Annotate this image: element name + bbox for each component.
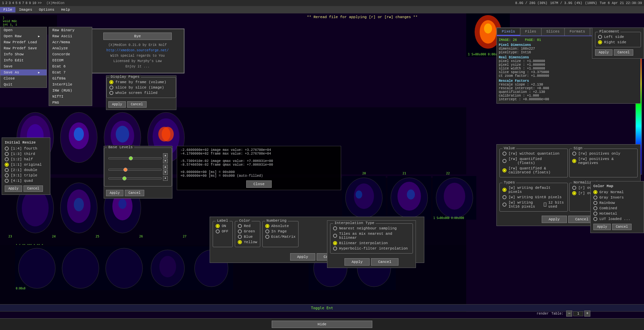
- ws-tab[interactable]: 10: [32, 1, 36, 5]
- saveas-concorde[interactable]: Concorde: [49, 51, 92, 57]
- menu-open[interactable]: Open: [0, 27, 47, 33]
- slider-btn-1b[interactable]: ●: [163, 159, 168, 163]
- saveas-raw-ascii[interactable]: Raw Ascii: [49, 33, 92, 39]
- ws-tab[interactable]: 1: [2, 1, 4, 5]
- slider-btn-3a[interactable]: ●: [163, 176, 168, 181]
- menu-options[interactable]: Options: [36, 7, 58, 12]
- slider-track-2[interactable]: [108, 169, 162, 171]
- interp-hyperbolic[interactable]: Hyperbolic-filter interpolation: [333, 246, 410, 251]
- colormap-combined[interactable]: Combined: [593, 206, 641, 210]
- close-button[interactable]: Close: [246, 180, 271, 188]
- tab-pixels[interactable]: Pixels: [497, 28, 520, 36]
- bye-button[interactable]: Bye: [103, 33, 172, 40]
- base-levels-cancel[interactable]: Cancel: [125, 190, 144, 196]
- table-minus[interactable]: −: [566, 311, 572, 317]
- colormap-rainbow[interactable]: Rainbow: [593, 201, 641, 205]
- slider-btn-2a[interactable]: ▲: [163, 165, 168, 169]
- slider-thumb-3[interactable]: [122, 176, 126, 180]
- checkbox-12bits[interactable]: [544, 203, 546, 207]
- saveas-inw[interactable]: INW (RUG): [49, 88, 92, 94]
- interp-apply-button[interactable]: Apply: [344, 258, 370, 266]
- value-quantified-calibrated[interactable]: [rw] quantified & calibrated (floats): [502, 166, 565, 174]
- numbering-absolute[interactable]: Absolute: [265, 224, 296, 228]
- slider-track-1[interactable]: [108, 157, 162, 159]
- colormap-lut[interactable]: LUT loaded ...: [593, 217, 641, 221]
- saveas-analyze[interactable]: Analyze: [49, 45, 92, 51]
- sign-positives-negatives[interactable]: [rw] positives & negatives: [572, 157, 635, 165]
- menu-raw-predef-load[interactable]: Raw Predef Load: [0, 39, 47, 45]
- menu-raw-predef-save[interactable]: Raw Predef Save: [0, 45, 47, 51]
- slider-btn-2b[interactable]: ▼: [163, 170, 168, 175]
- display-pages-cancel[interactable]: Cancel: [127, 101, 147, 108]
- resize-option-half[interactable]: [1:2] half: [5, 157, 47, 161]
- color-red[interactable]: Red: [238, 224, 257, 228]
- ws-tab[interactable]: 2: [5, 1, 7, 5]
- colormap-cancel[interactable]: Cancel: [612, 224, 632, 230]
- value-panel-apply[interactable]: Apply: [542, 216, 567, 223]
- saveas-nifti[interactable]: NIfTI: [49, 94, 92, 100]
- tab-slices[interactable]: Slices: [541, 28, 565, 36]
- numbering-ecat-matrix[interactable]: Ecat/Matrix: [265, 235, 296, 239]
- sign-positives-only[interactable]: [rw] positives only: [572, 152, 635, 156]
- menu-help[interactable]: Help: [58, 7, 73, 12]
- ws-tab[interactable]: 7: [22, 1, 24, 5]
- saveas-raw-binary[interactable]: Raw Binary: [49, 27, 92, 33]
- interp-bilinear[interactable]: Bilinear interpolation: [333, 241, 410, 245]
- saveas-png[interactable]: PNG: [49, 100, 92, 106]
- ws-tab[interactable]: 4: [12, 1, 14, 5]
- label-on[interactable]: ON: [216, 224, 230, 228]
- colormap-hotmetal[interactable]: Hotmetal: [593, 212, 641, 216]
- label-apply-button[interactable]: Apply: [290, 253, 315, 261]
- tab-formats[interactable]: Formats: [565, 28, 590, 36]
- menu-save[interactable]: Save: [0, 63, 47, 69]
- slider-thumb-1[interactable]: [129, 156, 133, 160]
- placement-cancel[interactable]: Cancel: [614, 49, 633, 56]
- menu-open-raw[interactable]: Open Raw▶: [0, 33, 47, 39]
- display-frame-by-frame[interactable]: frame by frame (volume): [109, 80, 173, 84]
- saveas-dicom[interactable]: DICOM: [49, 57, 92, 63]
- resize-apply-button[interactable]: Apply: [5, 185, 22, 192]
- resize-option-quad[interactable]: [4:1] quad: [5, 179, 47, 183]
- value-without-quant[interactable]: [rw] without quantation: [502, 152, 565, 156]
- placement-right[interactable]: Right side: [598, 40, 638, 44]
- slider-track-3[interactable]: [108, 177, 162, 179]
- numbering-in-page[interactable]: In Page: [265, 229, 296, 233]
- menu-info-edit[interactable]: Info Edit: [0, 57, 47, 63]
- ws-tab[interactable]: 8: [25, 1, 28, 5]
- resize-option-double[interactable]: [2:1] double: [5, 168, 47, 172]
- saveas-ecat6[interactable]: Ecat 6: [49, 63, 92, 69]
- saveas-ecat7[interactable]: Ecat 7: [49, 69, 92, 75]
- interp-nearest[interactable]: Nearest neighbour sampling: [333, 226, 410, 230]
- ws-tab[interactable]: 9: [29, 1, 31, 5]
- slider-btn-1a[interactable]: ▲: [163, 153, 168, 158]
- display-whole-screen[interactable]: whole screen filled: [109, 91, 173, 95]
- types-default[interactable]: [w] writing default pixels: [502, 186, 565, 194]
- placement-left[interactable]: Left side: [598, 35, 638, 39]
- display-pages-apply[interactable]: Apply: [108, 101, 126, 108]
- placement-apply[interactable]: Apply: [595, 49, 612, 56]
- saveas-acr-nema[interactable]: Acr/Nema: [49, 39, 92, 45]
- types-int16[interactable]: [w] writing Int16 pixels 12 bits used: [502, 201, 565, 209]
- resize-option-original[interactable]: [1:1] original: [5, 163, 47, 167]
- menu-file[interactable]: File: [0, 7, 15, 12]
- color-yellow[interactable]: Yellow: [238, 240, 257, 244]
- resize-option-third[interactable]: [1:3] third: [5, 152, 47, 156]
- base-levels-apply[interactable]: Apply: [106, 190, 123, 196]
- saveas-gif89a[interactable]: Gif89a: [49, 75, 92, 81]
- saveas-interfile[interactable]: InterFile: [49, 81, 92, 88]
- colormap-gray-invers[interactable]: Gray Invers: [593, 196, 641, 200]
- types-uint8[interactable]: [w] writing Uint8 pixels: [502, 195, 565, 199]
- label-off[interactable]: OFF: [216, 229, 230, 233]
- display-slice-by-slice[interactable]: slice by slice (image): [109, 86, 173, 90]
- value-quantified[interactable]: [rw] quantified (floats): [502, 157, 565, 165]
- slider-thumb-2[interactable]: [123, 168, 127, 172]
- menu-close[interactable]: Close: [0, 75, 47, 81]
- resize-option-fourth[interactable]: [1:4] fourth: [5, 147, 47, 151]
- menu-images[interactable]: Images: [15, 7, 36, 12]
- menu-info-show[interactable]: Info Show: [0, 51, 47, 57]
- table-plus[interactable]: +: [584, 311, 590, 317]
- ws-tab[interactable]: 5: [15, 1, 17, 5]
- interp-cancel-button[interactable]: Cancel: [371, 258, 398, 266]
- color-green[interactable]: Green: [238, 229, 257, 233]
- interp-tiles-mix[interactable]: Tiles as mix nearest and bilinear: [333, 232, 410, 240]
